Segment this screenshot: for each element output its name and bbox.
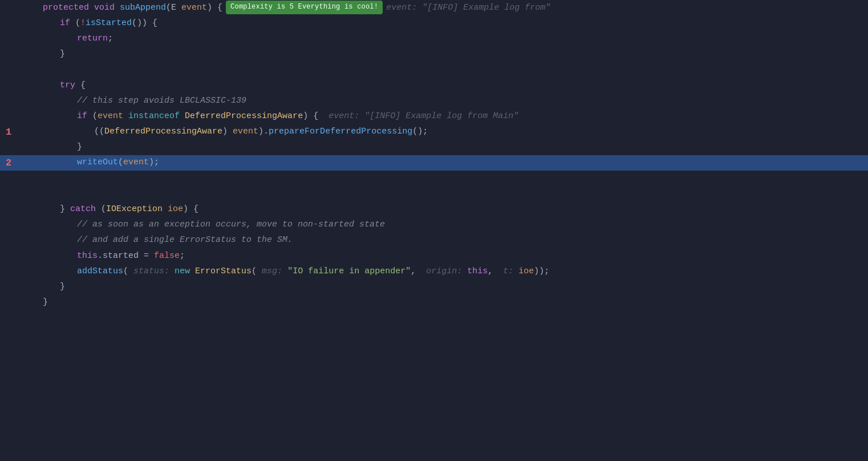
token-kw-white [163, 204, 168, 214]
line-content: addStatus( status: new ErrorStatus( msg:… [43, 265, 549, 278]
hint-label: event: [318, 111, 364, 121]
line-number [6, 31, 23, 46]
token-kw-white: )); [534, 266, 549, 276]
token-kw-yellow: ErrorStatus [195, 266, 252, 276]
token-kw-cyan: new [175, 266, 195, 276]
token-kw-purple: if [77, 111, 92, 121]
line-content: } [43, 140, 82, 154]
token-kw-white: (E [166, 3, 181, 13]
token-kw-purple: try [60, 80, 80, 90]
token-kw-white: ( [252, 266, 262, 276]
token-kw-white: ). [258, 127, 269, 136]
line-number [6, 171, 23, 186]
code-line: protected void subAppend(E event) {Compl… [0, 0, 868, 15]
token-kw-yellow: DeferredProcessingAware [185, 111, 303, 121]
token-kw-blue: addStatus [77, 266, 123, 276]
token-kw-purple: protected [43, 3, 94, 13]
token-kw-blue: prepareForDeferredProcessing [269, 127, 412, 136]
token-kw-orange: event [98, 111, 123, 121]
line-content: // as soon as an exception occurs, move … [43, 218, 385, 232]
token-kw-orange: ioe [518, 266, 534, 276]
line-number [6, 264, 23, 279]
token-kw-white: ) { [207, 3, 222, 13]
code-line [0, 171, 868, 186]
token-kw-white: ()) { [132, 18, 157, 28]
token-kw-white: ( [123, 266, 133, 276]
code-line: // and add a single ErrorStatus to the S… [0, 233, 868, 248]
line-number [6, 93, 23, 108]
line-content: protected void subAppend(E event) {Compl… [43, 1, 550, 15]
token-kw-orange: event [233, 127, 258, 136]
token-kw-orange: event [181, 3, 207, 13]
token-kw-orange: ioe [168, 204, 183, 214]
code-line: if (event instanceof DeferredProcessingA… [0, 108, 868, 124]
line-number [6, 279, 23, 294]
token-kw-white: } [77, 142, 82, 152]
code-lines-container: protected void subAppend(E event) {Compl… [0, 0, 868, 310]
token-kw-white: (( [94, 127, 104, 136]
token-kw-red: ! [80, 18, 86, 28]
code-line: addStatus( status: new ErrorStatus( msg:… [0, 264, 868, 279]
code-line: } catch (IOException ioe) { [0, 201, 868, 217]
line-number: 1 [6, 124, 23, 140]
token-kw-gray: // and add a single ErrorStatus to the S… [77, 235, 293, 245]
line-content: } catch (IOException ioe) { [43, 203, 198, 216]
token-kw-white [123, 111, 128, 121]
token-kw-blue: writeOut [77, 157, 118, 167]
line-number [6, 78, 23, 93]
code-line: } [0, 47, 868, 62]
token-kw-white: ) [222, 127, 233, 136]
code-line: // this step avoids LBCLASSIC-139 [0, 93, 868, 108]
token-kw-white: (); [412, 127, 428, 136]
token-kw-blue: isStarted [86, 18, 132, 28]
token-kw-white: , [488, 266, 503, 276]
token-kw-white: ( [75, 18, 80, 28]
line-content: } [43, 47, 65, 61]
complexity-badge: Complexity is 5 Everything is cool! [226, 1, 383, 14]
code-line: if (!isStarted()) { [0, 15, 868, 31]
line-content: if (!isStarted()) { [43, 17, 157, 30]
token-kw-white: ); [149, 157, 159, 167]
line-number [6, 47, 23, 62]
code-line: } [0, 279, 868, 294]
token-kw-orange: event [123, 157, 149, 167]
line-number: 2 [6, 155, 23, 171]
hint-label: event: [386, 3, 422, 13]
hint-label: origin: [426, 266, 467, 276]
code-line: } [0, 140, 868, 155]
line-number [6, 0, 23, 15]
token-kw-white: ( [101, 204, 106, 214]
token-kw-purple: this [467, 266, 488, 276]
token-kw-white: . [98, 251, 103, 261]
code-line: return; [0, 31, 868, 46]
token-kw-white: { [80, 80, 86, 90]
token-kw-light: started [103, 251, 139, 261]
code-line [0, 186, 868, 201]
token-kw-purple: if [60, 18, 75, 28]
code-line [0, 62, 868, 78]
token-kw-purple: catch [70, 204, 101, 214]
code-line: 1((DeferredProcessingAware) event).prepa… [0, 124, 868, 140]
line-content: if (event instanceof DeferredProcessingA… [43, 110, 518, 123]
token-kw-white: } [43, 297, 48, 307]
line-number [6, 233, 23, 248]
line-number [6, 62, 23, 78]
line-number [6, 295, 23, 310]
token-kw-white: ( [92, 111, 98, 121]
line-content: } [43, 296, 48, 309]
line-content: // and add a single ErrorStatus to the S… [43, 233, 293, 247]
token-kw-purple: return [77, 34, 108, 43]
line-content: writeOut(event); [43, 156, 159, 169]
token-kw-yellow: DeferredProcessingAware [104, 127, 222, 136]
code-editor: protected void subAppend(E event) {Compl… [0, 0, 868, 461]
token-kw-gray: // this step avoids LBCLASSIC-139 [77, 96, 246, 106]
line-content: // this step avoids LBCLASSIC-139 [43, 94, 246, 108]
token-kw-purple: void [94, 3, 120, 13]
token-kw-green: "IO failure in appender" [287, 266, 411, 276]
code-line: this.started = false; [0, 248, 868, 264]
line-number [6, 15, 23, 31]
line-number [6, 217, 23, 233]
code-line: } [0, 295, 868, 310]
line-number [6, 140, 23, 155]
token-kw-white: ( [118, 157, 123, 167]
